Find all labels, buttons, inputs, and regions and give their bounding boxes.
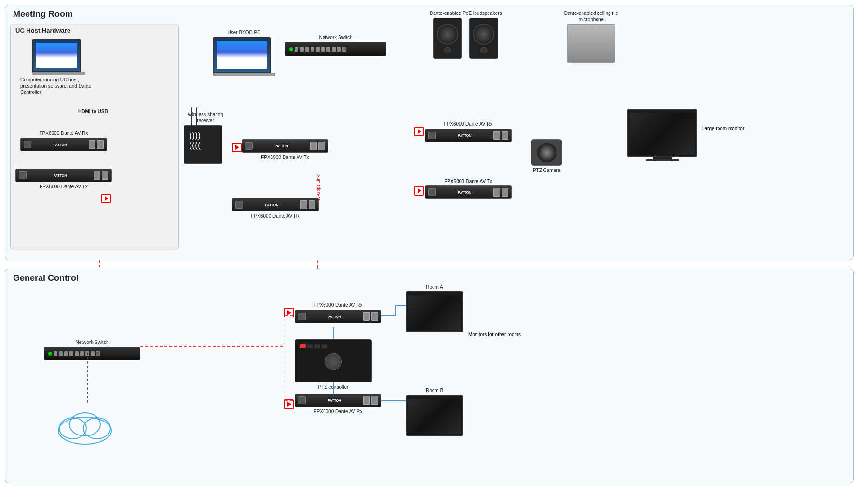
antenna-1 — [191, 107, 192, 127]
fpx-rx-center-hdmi — [235, 201, 243, 209]
large-monitor-label: Large room monitor — [702, 126, 744, 131]
wireless-label: Wireless sharing receiver — [184, 111, 227, 124]
hdmi-label-container: HDMI to USB — [78, 108, 108, 115]
fpx-tx-right-hdmi — [428, 188, 436, 196]
gc-switch-led — [48, 352, 52, 356]
fpx-rx-left-label: FPX6000 Dante AV Rx — [40, 130, 88, 136]
fpx-rx-right-port-1 — [493, 131, 500, 140]
wifi-symbol-2: )))) — [189, 140, 201, 150]
mic-dot-3 — [585, 27, 586, 28]
ceiling-mic-device: Dante-enabled ceiling tile microphone — [560, 10, 623, 63]
switch-port-8 — [332, 47, 336, 52]
switch-port-7 — [326, 47, 330, 52]
play-icon-left-tx — [101, 194, 111, 203]
fpx-tx-right-brand: PATTON — [458, 191, 472, 194]
ptz-camera-device: PTZ Camera — [531, 139, 562, 173]
speaker-cone-right — [473, 24, 494, 45]
fpx-rx-left: PATTON — [20, 138, 107, 151]
fpx-tx-right: PATTON — [425, 185, 512, 199]
ptz-controller — [295, 339, 372, 382]
ceiling-mic — [567, 24, 615, 63]
room-b-monitor — [406, 395, 463, 436]
cloud-shape — [54, 404, 116, 448]
byod-label: User BYOD PC — [228, 29, 261, 36]
gc-fpx-rx-a-port-1 — [363, 312, 370, 321]
gc-fpx-rx-a-ports — [363, 312, 378, 321]
mic-dot-4 — [592, 27, 593, 28]
room-a-label: Room A — [426, 284, 443, 290]
wireless-device-container: Wireless sharing receiver )))) )))) — [184, 111, 227, 164]
switch-led — [289, 47, 293, 51]
fpx-port-2 — [97, 140, 104, 149]
room-b-screen — [408, 399, 461, 434]
fpx-tx-center-device: PATTON FPX6000 Dante AV Tx — [242, 139, 328, 160]
network-switch — [285, 42, 386, 56]
fpx-rx-center-label: FPX6000 Dante AV Rx — [251, 213, 300, 219]
fpx-rx-right-ports — [493, 131, 508, 140]
speaker-tweeter-right — [480, 47, 487, 53]
fpx-tx-right-port-1 — [493, 188, 500, 197]
gc-switch-port-2 — [59, 351, 63, 356]
camera-lens — [537, 143, 556, 162]
ceiling-mic-inner — [568, 25, 615, 31]
large-monitor — [627, 109, 697, 157]
fpx-rx-right: PATTON — [425, 129, 512, 142]
switch-port-2 — [300, 47, 304, 52]
speaker-right-inner — [473, 24, 494, 53]
switch-port-10 — [342, 47, 346, 52]
ptz-controller-label: PTZ controller — [318, 384, 349, 390]
fpx-tx-left-label: FPX6000 Dante AV Tx — [40, 184, 88, 190]
large-monitor-device — [627, 109, 697, 161]
play-icon-center-tx — [232, 143, 242, 152]
fpx-tx-port-1 — [94, 171, 100, 180]
ptz-camera-label: PTZ Camera — [533, 167, 560, 173]
fpx-tx-left: PATTON — [15, 169, 112, 182]
gc-switch-port-1 — [54, 351, 57, 356]
fpx-tx-left-device: PATTON FPX6000 Dante AV Tx — [15, 169, 112, 190]
byod-device: User BYOD PC — [213, 29, 275, 76]
gc-fpx-rx-a: PATTON — [295, 310, 381, 323]
fpx-tx-port-2 — [102, 171, 108, 180]
fpx-tx-center-hdmi — [245, 142, 253, 150]
gc-fpx-rx-b-hdmi — [298, 396, 306, 404]
speakers-pair — [433, 18, 498, 59]
fpx-tx-hdmi-port — [19, 171, 27, 179]
speaker-left — [433, 18, 462, 59]
play-icon-gc-rx-b — [284, 399, 294, 409]
room-a-device: Room A — [406, 284, 463, 332]
fpx-rx-center-ports — [300, 200, 315, 209]
speaker-right — [469, 18, 498, 59]
switch-port-3 — [305, 47, 309, 52]
gc-switch — [44, 347, 140, 360]
link-label-container: 10-Gbps Link — [316, 140, 321, 237]
fpx-tx-center-brand: PATTON — [275, 145, 288, 148]
fpx-tx-right-ports — [493, 188, 508, 197]
gc-fpx-rx-a-hdmi — [298, 313, 306, 320]
gc-switch-device: Network Switch — [44, 339, 140, 360]
ceiling-mic-grille — [572, 27, 610, 28]
link-label: 10-Gbps Link — [316, 175, 321, 201]
speakers-device: Dante-enabled PoE loudspeakers — [430, 10, 502, 59]
fpx-rx-right-hdmi — [428, 132, 436, 139]
fpx-port-group — [89, 140, 104, 149]
fpx-rx-right-device: FPX6000 Dante AV Rx PATTON — [425, 121, 512, 142]
fpx-rx-center-brand: PATTON — [265, 203, 279, 207]
room-a-monitor — [406, 291, 463, 332]
mic-dot-2 — [579, 27, 580, 28]
ceiling-mic-label: Dante-enabled ceiling tile microphone — [560, 10, 623, 23]
speaker-tweeter-left — [444, 47, 451, 53]
byod-screen-inner — [217, 41, 267, 69]
uc-host-box: UC Host Hardware Computer running UC hos… — [10, 24, 179, 250]
ptz-buttons — [300, 344, 327, 348]
wireless-device: )))) )))) — [184, 125, 222, 164]
gc-fpx-rx-b-port-1 — [363, 396, 370, 405]
switch-port-1 — [295, 47, 298, 52]
uc-host-title: UC Host Hardware — [15, 27, 70, 34]
play-icon-right-tx — [414, 186, 424, 196]
play-triangle-gc-rx-a — [287, 310, 291, 315]
uc-laptop — [32, 39, 85, 75]
gc-switch-port-4 — [69, 351, 73, 356]
ptz-btn-3 — [314, 344, 320, 348]
gc-switch-port-6 — [80, 351, 84, 356]
room-a-screen — [408, 295, 461, 330]
